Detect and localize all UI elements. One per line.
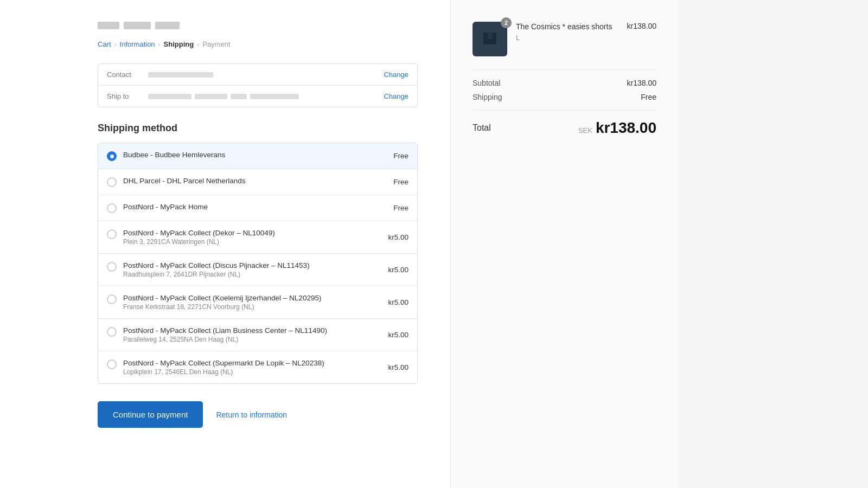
contact-label: Contact <box>107 70 139 79</box>
order-item: 2 The Cosmics * easies shorts L kr138.00 <box>473 22 656 56</box>
contact-blur <box>148 72 213 78</box>
order-divider <box>473 69 656 70</box>
breadcrumb: Cart › Information › Shipping › Payment <box>98 40 418 48</box>
info-table: Contact Change Ship to Change <box>98 63 418 107</box>
product-variant: L <box>516 34 618 42</box>
shipping-option-postnord-liam[interactable]: PostNord - MyPack Collect (Liam Business… <box>98 318 417 351</box>
subtotal-row: Subtotal kr138.00 <box>473 79 656 87</box>
option-name-dhl: DHL Parcel - DHL Parcel Netherlands <box>123 177 387 185</box>
radio-postnord-koelemij[interactable] <box>107 294 117 304</box>
shipto-blur-3 <box>231 94 247 99</box>
option-price-postnord-koelemij: kr5.00 <box>388 298 409 306</box>
shipto-change[interactable]: Change <box>384 92 409 100</box>
option-content-budbee: Budbee - Budbee Hemleverans <box>123 151 387 159</box>
option-name-postnord-koelemij: PostNord - MyPack Collect (Koelemij Ijze… <box>123 294 381 302</box>
shipping-options: Budbee - Budbee HemleveransFreeDHL Parce… <box>98 143 418 384</box>
shipto-row: Ship to Change <box>98 85 417 107</box>
option-price-postnord-liam: kr5.00 <box>388 331 409 339</box>
breadcrumb-sep-3: › <box>197 41 199 48</box>
shipping-option-postnord-home[interactable]: PostNord - MyPack HomeFree <box>98 195 417 221</box>
option-content-postnord-dekor: PostNord - MyPack Collect (Dekor – NL100… <box>123 229 381 246</box>
option-content-dhl: DHL Parcel - DHL Parcel Netherlands <box>123 177 387 185</box>
logo-block-1 <box>98 22 119 29</box>
shipping-option-budbee[interactable]: Budbee - Budbee HemleveransFree <box>98 143 417 169</box>
radio-postnord-discus[interactable] <box>107 262 117 272</box>
shipto-label: Ship to <box>107 92 139 100</box>
shipto-value <box>148 94 375 99</box>
breadcrumb-information[interactable]: Information <box>120 40 155 48</box>
shipping-option-postnord-discus[interactable]: PostNord - MyPack Collect (Discus Pijnac… <box>98 253 417 286</box>
breadcrumb-payment: Payment <box>202 40 230 48</box>
contact-change[interactable]: Change <box>384 70 409 79</box>
shipping-option-postnord-supermarkt[interactable]: PostNord - MyPack Collect (Supermarkt De… <box>98 351 417 383</box>
right-panel: 2 The Cosmics * easies shorts L kr138.00… <box>450 0 678 488</box>
shipto-blur-4 <box>250 94 299 99</box>
option-price-postnord-dekor: kr5.00 <box>388 233 409 241</box>
product-image-wrap: 2 <box>473 22 507 56</box>
option-name-postnord-discus: PostNord - MyPack Collect (Discus Pijnac… <box>123 261 381 269</box>
total-row: Total SEK kr138.00 <box>473 119 656 137</box>
radio-postnord-liam[interactable] <box>107 327 117 337</box>
option-content-postnord-discus: PostNord - MyPack Collect (Discus Pijnac… <box>123 261 381 278</box>
shipping-row: Shipping Free <box>473 93 656 101</box>
breadcrumb-sep-2: › <box>158 41 161 48</box>
svg-rect-3 <box>488 33 492 39</box>
option-content-postnord-koelemij: PostNord - MyPack Collect (Koelemij Ijze… <box>123 294 381 311</box>
option-name-budbee: Budbee - Budbee Hemleverans <box>123 151 387 159</box>
option-name-postnord-home: PostNord - MyPack Home <box>123 203 387 211</box>
option-address-postnord-discus: Raadhuisplein 7, 2641DR Pijnacker (NL) <box>123 271 381 278</box>
radio-postnord-home[interactable] <box>107 203 117 213</box>
total-value: kr138.00 <box>596 119 656 137</box>
radio-postnord-supermarkt[interactable] <box>107 359 117 369</box>
option-price-postnord-home: Free <box>393 204 409 212</box>
option-price-budbee: Free <box>393 152 409 160</box>
product-name: The Cosmics * easies shorts <box>516 22 618 33</box>
radio-postnord-dekor[interactable] <box>107 229 117 239</box>
total-label: Total <box>473 123 491 133</box>
shipping-section-title: Shipping method <box>98 123 418 134</box>
option-address-postnord-koelemij: Franse Kerkstraat 18, 2271CN Voorburg (N… <box>123 303 381 311</box>
option-name-postnord-supermarkt: PostNord - MyPack Collect (Supermarkt De… <box>123 359 381 367</box>
subtotal-value: kr138.00 <box>627 79 656 87</box>
shipping-option-dhl[interactable]: DHL Parcel - DHL Parcel NetherlandsFree <box>98 169 417 195</box>
breadcrumb-sep-1: › <box>114 41 117 48</box>
shorts-icon <box>480 29 500 49</box>
option-address-postnord-supermarkt: Lopikplein 17, 2546EL Den Haag (NL) <box>123 368 381 376</box>
breadcrumb-shipping: Shipping <box>164 40 194 48</box>
return-to-information-link[interactable]: Return to information <box>216 410 287 419</box>
option-price-postnord-supermarkt: kr5.00 <box>388 363 409 371</box>
total-currency: SEK <box>578 126 592 134</box>
shipping-option-postnord-dekor[interactable]: PostNord - MyPack Collect (Dekor – NL100… <box>98 221 417 253</box>
radio-dhl[interactable] <box>107 177 117 187</box>
shipto-blur-1 <box>148 94 192 99</box>
option-content-postnord-liam: PostNord - MyPack Collect (Liam Business… <box>123 326 381 343</box>
total-value-wrap: SEK kr138.00 <box>578 119 656 137</box>
total-divider <box>473 110 656 111</box>
continue-to-payment-button[interactable]: Continue to payment <box>98 401 203 428</box>
shipping-option-postnord-koelemij[interactable]: PostNord - MyPack Collect (Koelemij Ijze… <box>98 286 417 318</box>
shipto-blur-2 <box>195 94 227 99</box>
actions: Continue to payment Return to informatio… <box>98 401 418 428</box>
logo-block-2 <box>124 22 151 29</box>
option-name-postnord-dekor: PostNord - MyPack Collect (Dekor – NL100… <box>123 229 381 237</box>
subtotal-label: Subtotal <box>473 79 500 87</box>
product-info: The Cosmics * easies shorts L <box>516 22 618 42</box>
option-content-postnord-supermarkt: PostNord - MyPack Collect (Supermarkt De… <box>123 359 381 376</box>
option-address-postnord-dekor: Plein 3, 2291CA Wateringen (NL) <box>123 238 381 246</box>
contact-value <box>148 72 375 78</box>
logo-block-3 <box>155 22 180 29</box>
product-price: kr138.00 <box>627 22 656 30</box>
option-name-postnord-liam: PostNord - MyPack Collect (Liam Business… <box>123 326 381 335</box>
shipping-label: Shipping <box>473 93 502 101</box>
radio-budbee[interactable] <box>107 151 117 161</box>
logo <box>98 22 418 29</box>
option-address-postnord-liam: Parallelweg 14, 2525NA Den Haag (NL) <box>123 336 381 343</box>
product-badge: 2 <box>501 17 512 28</box>
breadcrumb-cart[interactable]: Cart <box>98 40 111 48</box>
contact-row: Contact Change <box>98 64 417 85</box>
option-price-dhl: Free <box>393 178 409 186</box>
product-image <box>473 22 507 56</box>
left-panel: Cart › Information › Shipping › Payment … <box>0 0 450 488</box>
shipping-value: Free <box>641 93 656 101</box>
option-price-postnord-discus: kr5.00 <box>388 266 409 274</box>
